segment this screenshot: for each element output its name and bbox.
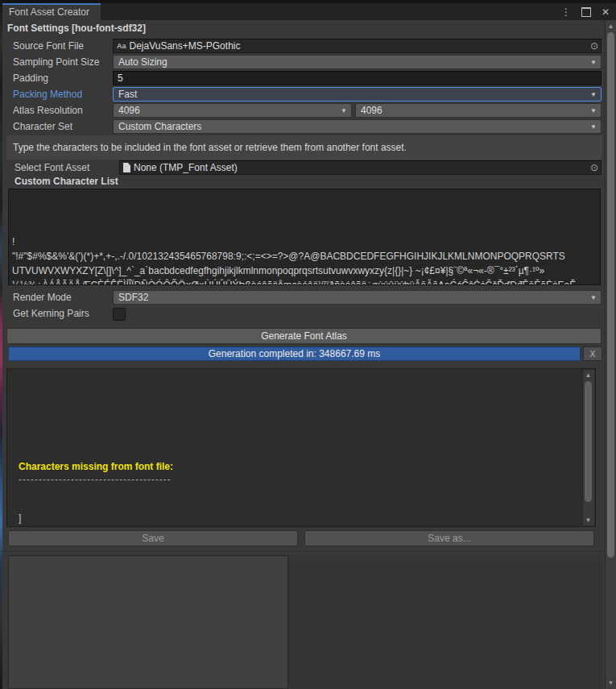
window-menu-icon[interactable]: ⋮ bbox=[561, 6, 571, 18]
source-font-file-value: DejaVuSans+MS-PGothic bbox=[130, 39, 241, 52]
chevron-down-icon: ▼ bbox=[590, 294, 597, 302]
character-line: ! bbox=[12, 235, 597, 249]
character-line bbox=[12, 191, 597, 205]
character-line: "!#"$#%$&%'&(')(*)+*,+-,.-/.0/1021324354… bbox=[12, 249, 597, 264]
custom-character-list-label: Custom Character List bbox=[14, 176, 118, 187]
character-set-value: Custom Characters bbox=[118, 121, 201, 132]
padding-input[interactable]: 5 bbox=[113, 71, 602, 85]
chevron-down-icon: ▼ bbox=[590, 107, 597, 115]
separator-line: -------------------------------------- bbox=[19, 473, 577, 486]
progress-close-button[interactable]: X bbox=[583, 347, 602, 361]
source-font-file-field[interactable]: Aa DejaVuSans+MS-PGothic ⊙ bbox=[113, 39, 602, 53]
sampling-point-size-label: Sampling Point Size bbox=[13, 55, 99, 69]
output-scrollbar-thumb[interactable] bbox=[585, 381, 592, 502]
atlas-resolution-label: Atlas Resolution bbox=[13, 103, 83, 118]
window-left-edge bbox=[0, 0, 2, 689]
atlas-height-value: 4096 bbox=[361, 105, 382, 116]
select-font-asset-value: None (TMP_Font Asset) bbox=[134, 161, 238, 174]
tab-font-asset-creator[interactable]: Font Asset Creator bbox=[2, 3, 101, 20]
render-mode-value: SDF32 bbox=[118, 292, 148, 303]
missing-char-row: ID: 11Hex: BChar Π bbox=[19, 525, 577, 527]
generation-progress-bar: Generation completed in: 348667.69 ms bbox=[8, 347, 581, 361]
preview-background bbox=[288, 555, 602, 689]
document-icon bbox=[123, 163, 130, 172]
atlas-height-dropdown[interactable]: 4096 ▼ bbox=[355, 103, 602, 118]
chevron-down-icon: ▼ bbox=[590, 91, 597, 99]
object-picker-icon[interactable]: ⊙ bbox=[590, 161, 598, 174]
missing-char-row-continuation: ] bbox=[19, 512, 577, 525]
save-as-button[interactable]: Save as... bbox=[304, 530, 594, 546]
missing-char-row: ID: 10Hex: AChar [ bbox=[19, 499, 577, 512]
packing-method-value: Fast bbox=[118, 89, 137, 100]
close-icon[interactable]: ✕ bbox=[602, 6, 610, 18]
tab-bar: Font Asset Creator ⋮ ✕ bbox=[2, 3, 616, 20]
chevron-down-icon: ▼ bbox=[341, 107, 347, 115]
atlas-preview-panel bbox=[8, 555, 288, 689]
font-asset-icon: Aa bbox=[117, 39, 126, 52]
select-font-asset-field[interactable]: None (TMP_Font Asset) ⊙ bbox=[119, 160, 602, 175]
output-scrollbar[interactable]: ▲ ▼ bbox=[582, 370, 594, 525]
padding-value: 5 bbox=[118, 73, 123, 84]
character-line bbox=[12, 220, 597, 235]
select-font-asset-label: Select Font Asset bbox=[14, 160, 89, 175]
missing-char-row: ID: 9Hex: 9Char [ ] bbox=[19, 486, 577, 499]
main-scrollbar-thumb[interactable] bbox=[607, 32, 614, 558]
generate-font-atlas-button[interactable]: Generate Font Atlas bbox=[6, 328, 602, 344]
missing-header: Characters missing from font file: bbox=[19, 460, 577, 473]
character-set-dropdown[interactable]: Custom Characters ▼ bbox=[113, 119, 602, 134]
tab-label: Font Asset Creator bbox=[9, 6, 89, 18]
render-mode-dropdown[interactable]: SDF32 ▼ bbox=[113, 290, 602, 305]
main-scrollbar[interactable]: ▲ ▼ bbox=[605, 20, 616, 689]
font-asset-creator-window: Font Asset Creator ⋮ ✕ Font Settings [ho… bbox=[0, 0, 616, 689]
scroll-down-icon[interactable]: ▼ bbox=[583, 517, 593, 524]
character-line: UTVUWVXWYXZY[Z\[]\^]_^`_a`bacbdcedfegfhg… bbox=[12, 264, 597, 278]
help-text: Type the characters to be included in th… bbox=[6, 135, 602, 160]
page-title: Font Settings [hou-font-sdf32] bbox=[7, 23, 146, 34]
save-button[interactable]: Save bbox=[8, 530, 298, 546]
character-line bbox=[12, 205, 597, 220]
section-divider bbox=[2, 551, 605, 553]
packing-method-dropdown[interactable]: Fast ▼ bbox=[113, 87, 602, 102]
chevron-down-icon: ▼ bbox=[590, 59, 597, 67]
chevron-down-icon: ▼ bbox=[590, 123, 597, 131]
atlas-width-value: 4096 bbox=[118, 105, 140, 116]
sampling-point-size-value: Auto Sizing bbox=[118, 56, 167, 68]
character-line: ¼½¾¿ÀÁÂÃÄÅÆÇÈÉÊËÌÍÎÏÐÑÒÓÔÕÖ×Ø×ÙÚÛÜÝÞßàáâ… bbox=[12, 278, 597, 285]
atlas-width-dropdown[interactable]: 4096 ▼ bbox=[113, 103, 352, 118]
padding-label: Padding bbox=[13, 71, 48, 85]
custom-character-list-textarea[interactable]: ! "!#"$#%$&%'&(')(*)+*,+-,.-/.0/10213243… bbox=[8, 189, 601, 285]
window-controls: ⋮ ✕ bbox=[561, 5, 610, 19]
character-set-label: Character Set bbox=[13, 119, 72, 134]
scroll-up-icon[interactable]: ▲ bbox=[606, 23, 616, 30]
get-kerning-pairs-label: Get Kerning Pairs bbox=[13, 306, 89, 321]
scroll-up-icon[interactable]: ▲ bbox=[583, 371, 593, 379]
maximize-icon[interactable] bbox=[581, 7, 591, 17]
scroll-down-icon[interactable]: ▼ bbox=[606, 679, 616, 687]
packing-method-label: Packing Method bbox=[13, 87, 82, 102]
object-picker-icon[interactable]: ⊙ bbox=[590, 39, 598, 52]
render-mode-label: Render Mode bbox=[13, 290, 72, 305]
source-font-file-label: Source Font File bbox=[13, 39, 84, 53]
get-kerning-pairs-checkbox[interactable] bbox=[113, 308, 126, 321]
generation-output-panel: Font: DejaVu Sans Style: Book Point Size… bbox=[6, 368, 596, 527]
output-text: Font: DejaVu Sans Style: Book Point Size… bbox=[19, 373, 577, 527]
sampling-point-size-dropdown[interactable]: Auto Sizing ▼ bbox=[113, 55, 602, 69]
